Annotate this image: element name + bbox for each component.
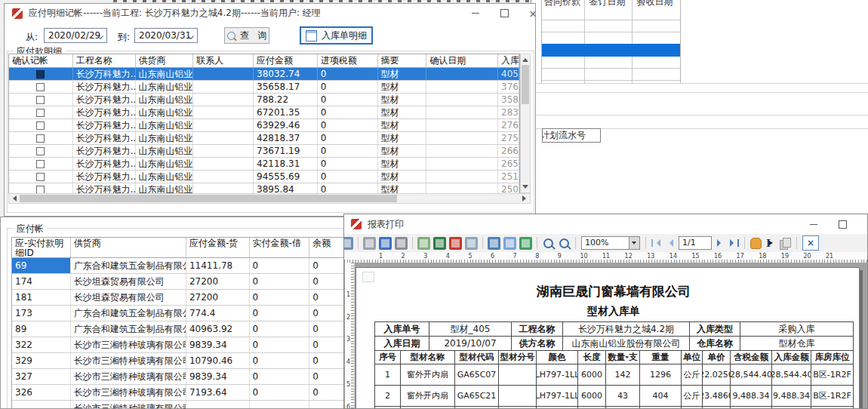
payable-grid-row[interactable]: 长沙万科魅力...山东南山铝业...42818.370型材275 — [9, 132, 519, 145]
minimize-button[interactable] — [462, 4, 489, 23]
grid-header-cell[interactable]: 余额 — [309, 238, 345, 257]
report-window-titlebar[interactable]: 报表打印 — [344, 214, 867, 234]
grid-header-cell[interactable]: 应-实付款明细ID — [12, 238, 71, 257]
payable-grid-row[interactable]: 长沙万科魅力...山东南山铝业...67201.350型材283 — [9, 106, 519, 119]
grid-header-cell[interactable]: 摘要 — [378, 54, 427, 67]
grid-header-cell[interactable]: 确认记帐 — [9, 54, 73, 67]
confirm-checkbox[interactable] — [36, 134, 45, 143]
ruler-number: 20 — [803, 253, 811, 260]
confirm-checkbox[interactable] — [36, 83, 45, 91]
grid-header-cell[interactable]: 确认日期 — [426, 54, 498, 67]
mail-export-icon[interactable] — [465, 237, 478, 250]
grid-header-cell[interactable]: 入库 — [498, 54, 519, 67]
payable-grid-row[interactable]: 长沙万科魅力...山东南山铝业...35658.170型材376 — [9, 81, 519, 94]
preview-window-icon[interactable] — [343, 237, 353, 250]
print-setup-icon[interactable] — [488, 237, 500, 250]
text-select-icon[interactable]: I — [766, 238, 775, 249]
background-grid[interactable] — [541, 0, 681, 83]
grid-header-cell[interactable]: 实付金额-借 — [250, 238, 310, 257]
vertical-scrollbar[interactable] — [520, 54, 531, 193]
account-grid-row[interactable]: 181长沙坦森贸易有限公司2720000 — [12, 290, 345, 306]
account-grid-row[interactable]: 69广东合和建筑五金制品有限公司11411.7800 — [12, 258, 345, 274]
confirm-checkbox[interactable] — [36, 109, 45, 117]
grid-cell: 长沙坦森贸易有限公司 — [71, 290, 186, 305]
grid-header-cell[interactable]: 应付金额-货 — [186, 238, 250, 257]
background-grid-row[interactable] — [542, 32, 680, 45]
confirm-checkbox[interactable] — [36, 160, 45, 168]
confirm-checkbox[interactable] — [36, 173, 45, 181]
query-button[interactable]: 查 询 — [224, 27, 269, 44]
scrollbar-thumb[interactable] — [20, 195, 397, 202]
payable-window-titlebar[interactable]: 应付明细记帐------当前工程: 长沙万科魅力之城4.2期------当前用户… — [5, 4, 535, 23]
dropdown-arrow-icon[interactable] — [629, 237, 639, 249]
confirm-checkbox[interactable] — [36, 121, 45, 130]
grid-header-cell[interactable]: 联系人 — [193, 54, 254, 67]
background-grid-row[interactable] — [542, 68, 680, 81]
first-page-button[interactable] — [651, 238, 661, 248]
last-page-button[interactable] — [729, 238, 740, 248]
background-grid-row[interactable] — [542, 44, 680, 57]
zoom-combobox[interactable]: 100% — [581, 236, 640, 250]
grid-header-cell[interactable]: 应付金额 — [254, 54, 318, 67]
grid-cell: 181 — [12, 290, 71, 305]
scroll-up-icon[interactable] — [522, 55, 528, 62]
next-page-button[interactable] — [716, 238, 726, 248]
payable-grid-row[interactable]: 长沙万科魅力...山东南山铝业...42118.310型材265 — [9, 158, 519, 171]
close-preview-button[interactable]: × — [802, 235, 819, 251]
background-grid-row[interactable] — [542, 8, 680, 20]
payable-grid-row[interactable]: 长沙万科魅力...山东南山铝业...3895.840型材250 — [9, 183, 519, 193]
background-grid-row[interactable] — [542, 20, 680, 32]
payable-grid-row[interactable]: 长沙万科魅力...山东南山铝业...788.220型材358 — [9, 94, 519, 106]
background-grid-row[interactable] — [542, 56, 680, 69]
tools-icon[interactable] — [395, 237, 408, 250]
zoom-out-icon[interactable] — [559, 238, 569, 248]
image-export-icon[interactable] — [417, 237, 430, 250]
confirm-checkbox[interactable] — [36, 147, 45, 155]
grid-header-cell[interactable]: 进项税额 — [318, 54, 378, 67]
close-button[interactable]: × — [519, 4, 536, 23]
pdf-export-icon[interactable] — [449, 237, 462, 250]
account-grid-row[interactable]: 89广东合和建筑五金制品有限公司40963.9200 — [12, 321, 345, 337]
confirm-checkbox[interactable] — [36, 96, 45, 104]
account-grid-row[interactable]: 329长沙市三湘特种玻璃有限公司10790.4600 — [12, 353, 345, 369]
payable-grid-row[interactable]: 长沙万科魅力...山东南山铝业...73671.190型材266 — [9, 145, 519, 158]
scrollbar-thumb[interactable] — [522, 65, 529, 104]
grid-header-cell[interactable]: 供货商 — [136, 54, 194, 67]
account-grid-row[interactable]: 长沙市三湘特种玻璃有限公司 — [12, 401, 345, 409]
account-grid-row[interactable]: 322长沙市三湘特种玻璃有限公司9839.3400 — [12, 337, 345, 353]
confirm-checkbox[interactable] — [36, 186, 45, 194]
payable-grid-row[interactable]: 长沙万科魅力...山东南山铝业...38032.740型材405 — [9, 68, 519, 81]
grid-header-cell[interactable]: 供货商 — [71, 238, 186, 257]
printer-icon[interactable] — [363, 237, 376, 250]
grid-header-cell[interactable]: 工程名称 — [73, 54, 136, 67]
preview-area[interactable]: 123456 湖南巨晟门窗幕墙有限公司 型材入库单 入库单号型材_405工程名称… — [344, 263, 868, 409]
plan-serial-field[interactable]: 计划流水号 — [542, 128, 601, 143]
payable-grid-row[interactable]: 长沙万科魅力...山东南山铝业...94555.690型材251 — [9, 171, 519, 183]
excel-export-icon[interactable] — [433, 237, 446, 250]
account-grid-row[interactable]: 173广东合和建筑五金制品有限公司774.400 — [12, 306, 345, 321]
horizontal-scrollbar[interactable] — [8, 193, 531, 204]
account-grid-row[interactable]: 326长沙市三湘特种玻璃有限公司7193.6400 — [12, 385, 345, 401]
page-number-box[interactable]: 1/1 — [679, 236, 712, 250]
from-date-combobox[interactable]: 2020/02/29 — [44, 28, 107, 43]
to-date-combobox[interactable]: 2020/03/31 — [134, 28, 198, 43]
book-icon[interactable] — [379, 237, 392, 250]
table-export-icon[interactable] — [519, 237, 532, 250]
scroll-left-icon[interactable] — [10, 195, 17, 201]
scroll-down-icon[interactable] — [522, 185, 528, 192]
copy-page-icon[interactable] — [780, 238, 791, 249]
document-icon[interactable] — [503, 237, 516, 250]
prev-page-button[interactable] — [664, 238, 675, 248]
close-button[interactable]: × — [859, 215, 868, 234]
minimize-button[interactable] — [800, 215, 827, 234]
payable-grid-row[interactable]: 长沙万科魅力...山东南山铝业...63929.460型材276 — [9, 119, 519, 132]
zoom-in-icon[interactable] — [543, 238, 553, 248]
scroll-right-icon[interactable] — [522, 195, 529, 201]
receipt-detail-button[interactable]: 入库单明细 — [300, 26, 373, 45]
hand-tool-icon[interactable] — [750, 238, 762, 249]
account-grid-row[interactable]: 174长沙坦森贸易有限公司2720000 — [12, 274, 345, 290]
maximize-button[interactable] — [491, 4, 518, 23]
confirm-checkbox[interactable] — [36, 70, 45, 78]
account-grid-row[interactable]: 327长沙市三湘特种玻璃有限公司9839.3400 — [12, 369, 345, 385]
maximize-button[interactable] — [829, 215, 856, 234]
